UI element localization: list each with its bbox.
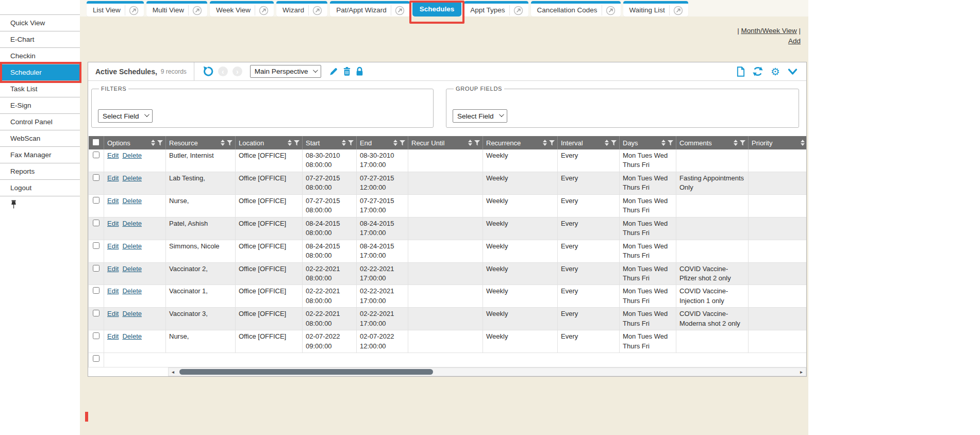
sidebar-item-logout[interactable]: Logout: [0, 179, 80, 196]
row-checkbox[interactable]: [93, 310, 99, 316]
filter-funnel-icon[interactable]: [740, 140, 745, 146]
popout-icon[interactable]: [188, 5, 203, 15]
next-icon[interactable]: ›: [232, 66, 242, 76]
tab-multi-view[interactable]: Multi View: [146, 1, 207, 16]
sidebar-item-fax-manager[interactable]: Fax Manager: [0, 146, 80, 163]
sidebar-item-e-chart[interactable]: E-Chart: [0, 31, 80, 47]
row-checkbox[interactable]: [93, 220, 99, 226]
undo-icon[interactable]: [203, 66, 213, 77]
edit-link[interactable]: Edit: [107, 332, 119, 340]
tab-schedules[interactable]: Schedules: [412, 1, 462, 16]
sort-icon[interactable]: [221, 140, 225, 146]
delete-link[interactable]: Delete: [122, 310, 142, 317]
trash-icon[interactable]: [343, 66, 351, 76]
popout-icon[interactable]: [308, 5, 323, 15]
edit-link[interactable]: Edit: [107, 287, 119, 295]
filter-funnel-icon[interactable]: [611, 140, 617, 146]
sort-icon[interactable]: [468, 140, 472, 146]
scroll-right-arrow[interactable]: ▸: [797, 368, 806, 376]
delete-link[interactable]: Delete: [122, 220, 142, 227]
scrollbar-thumb[interactable]: [179, 369, 433, 375]
delete-link[interactable]: Delete: [122, 332, 142, 340]
popout-icon[interactable]: [669, 5, 684, 15]
filter-funnel-icon[interactable]: [400, 140, 405, 146]
delete-link[interactable]: Delete: [122, 197, 142, 205]
row-checkbox[interactable]: [93, 152, 99, 158]
edit-link[interactable]: Edit: [107, 174, 119, 182]
filter-funnel-icon[interactable]: [668, 140, 673, 146]
row-checkbox[interactable]: [93, 355, 99, 362]
edit-link[interactable]: Edit: [107, 310, 119, 317]
horizontal-scrollbar[interactable]: ◂ ▸: [168, 367, 806, 376]
edit-link[interactable]: Edit: [107, 242, 119, 250]
collapse-chevron-icon[interactable]: [788, 68, 798, 75]
row-checkbox[interactable]: [93, 197, 99, 204]
edit-link[interactable]: Edit: [107, 265, 119, 273]
month-week-view-link[interactable]: Month/Week View: [741, 27, 796, 35]
sidebar-item-task-list[interactable]: Task List: [0, 80, 80, 97]
delete-link[interactable]: Delete: [122, 265, 142, 273]
sidebar-item-reports[interactable]: Reports: [0, 163, 80, 179]
delete-link[interactable]: Delete: [122, 152, 142, 159]
select-all-checkbox[interactable]: [93, 139, 99, 145]
row-checkbox[interactable]: [93, 174, 99, 181]
filter-funnel-icon[interactable]: [294, 140, 300, 146]
filter-funnel-icon[interactable]: [348, 140, 354, 146]
sidebar-item-e-sign[interactable]: E-Sign: [0, 97, 80, 113]
popout-icon[interactable]: [509, 5, 524, 15]
add-link[interactable]: Add: [788, 37, 801, 45]
sidebar-item-checkin[interactable]: Checkin: [0, 47, 80, 64]
sort-icon[interactable]: [151, 140, 155, 146]
popout-icon[interactable]: [255, 5, 270, 15]
tab-appt-types[interactable]: Appt Types: [464, 1, 528, 16]
edit-pencil-icon[interactable]: [329, 67, 338, 76]
popout-icon[interactable]: [391, 5, 406, 15]
delete-link[interactable]: Delete: [122, 242, 142, 250]
row-checkbox[interactable]: [93, 287, 99, 294]
group-field-select[interactable]: Select Field: [453, 109, 507, 123]
edit-link[interactable]: Edit: [107, 197, 119, 205]
delete-link[interactable]: Delete: [122, 174, 142, 182]
delete-link[interactable]: Delete: [122, 287, 142, 295]
tab-cancellation-codes[interactable]: Cancellation Codes: [531, 1, 621, 16]
row-checkbox[interactable]: [93, 265, 99, 272]
filter-funnel-icon[interactable]: [549, 140, 555, 146]
lock-icon[interactable]: [356, 66, 363, 76]
sidebar-item-scheduler[interactable]: Scheduler: [0, 64, 80, 80]
sidebar-item-webscan[interactable]: WebScan: [0, 130, 80, 146]
refresh-icon[interactable]: [753, 66, 763, 76]
tab-waiting-list[interactable]: Waiting List: [623, 1, 688, 16]
tab-week-view[interactable]: Week View: [210, 1, 274, 16]
document-icon[interactable]: [736, 66, 745, 77]
perspective-select[interactable]: Main Perspective: [250, 65, 322, 78]
filter-funnel-icon[interactable]: [474, 140, 480, 146]
edit-link[interactable]: Edit: [107, 152, 119, 159]
scrollbar-track[interactable]: [177, 368, 797, 376]
sort-icon[interactable]: [801, 140, 805, 146]
tab-wizard[interactable]: Wizard: [276, 1, 327, 16]
sort-icon[interactable]: [734, 140, 738, 146]
sort-icon[interactable]: [393, 140, 397, 146]
sort-icon[interactable]: [342, 140, 346, 146]
popout-icon[interactable]: [602, 5, 617, 15]
tab-pat-appt-wizard[interactable]: Pat/Appt Wizard: [330, 1, 410, 16]
filter-funnel-icon[interactable]: [227, 140, 232, 146]
scroll-left-arrow[interactable]: ◂: [169, 368, 177, 376]
filters-field-select[interactable]: Select Field: [98, 109, 153, 123]
row-checkbox[interactable]: [93, 242, 99, 249]
popout-icon[interactable]: [125, 5, 140, 15]
sidebar-item-control-panel[interactable]: Control Panel: [0, 113, 80, 130]
active-schedules-toolbar: Active Schedules, 9 records ‹ › Main Per…: [88, 62, 806, 81]
pushpin-icon[interactable]: [10, 200, 17, 209]
sidebar-item-quick-view[interactable]: Quick View: [0, 14, 80, 31]
sort-icon[interactable]: [288, 140, 292, 146]
gear-icon[interactable]: ⚙: [771, 66, 780, 77]
row-checkbox[interactable]: [93, 332, 99, 339]
filter-funnel-icon[interactable]: [157, 140, 163, 146]
sort-icon[interactable]: [605, 140, 609, 146]
prev-icon[interactable]: ‹: [218, 66, 228, 76]
tab-list-view[interactable]: List View: [87, 1, 144, 16]
edit-link[interactable]: Edit: [107, 220, 119, 227]
sort-icon[interactable]: [661, 140, 666, 146]
sort-icon[interactable]: [543, 140, 547, 146]
